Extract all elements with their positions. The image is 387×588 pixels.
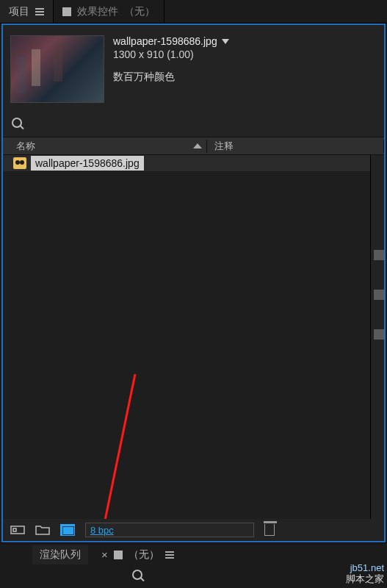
watermark: jb51.net 脚本之家	[346, 562, 384, 585]
column-comment-label: 注释	[214, 140, 234, 151]
interpret-footage-icon[interactable]	[10, 524, 25, 536]
search-icon[interactable]	[12, 118, 25, 131]
timeline-toolbar	[0, 566, 387, 587]
delete-icon[interactable]	[264, 524, 275, 536]
asset-filename: wallpaper-1598686.jpg	[113, 35, 217, 47]
panel-tab-bar: 项目 效果控件 （无）	[0, 0, 387, 24]
new-composition-icon[interactable]	[60, 524, 75, 536]
search-row	[3, 110, 384, 137]
panel-bottom-toolbar: 8 bpc	[3, 519, 384, 541]
new-folder-icon[interactable]	[35, 524, 50, 536]
column-comment[interactable]: 注释	[207, 140, 384, 153]
square-icon	[114, 551, 123, 559]
dropdown-caret-icon[interactable]	[222, 39, 229, 44]
watermark-site: 脚本之家	[346, 573, 384, 585]
project-panel: wallpaper-1598686.jpg 1300 x 910 (1.00) …	[1, 24, 386, 542]
right-side-icons	[372, 250, 386, 340]
square-icon	[62, 7, 71, 16]
list-item-label: wallpaper-1598686.jpg	[31, 156, 144, 171]
project-list[interactable]: wallpaper-1598686.jpg	[3, 155, 371, 519]
columns-header: 名称 注释	[3, 137, 384, 155]
side-icon[interactable]	[374, 250, 384, 260]
svg-line-3	[76, 374, 135, 519]
asset-color-depth: 数百万种颜色	[113, 71, 377, 84]
tab-none-comp[interactable]: × （无）	[94, 545, 181, 564]
tab-render-queue-label: 渲染队列	[40, 548, 81, 562]
timeline-tab-bar: 渲染队列 × （无）	[0, 542, 387, 566]
tab-effect-controls-none: （无）	[124, 5, 155, 18]
search-icon[interactable]	[132, 570, 145, 583]
asset-metadata: wallpaper-1598686.jpg 1300 x 910 (1.00) …	[113, 35, 377, 84]
panel-menu-icon[interactable]	[35, 8, 44, 15]
tab-project[interactable]: 项目	[0, 0, 54, 23]
tab-effect-controls-label: 效果控件	[77, 5, 118, 18]
watermark-domain: jb51.net	[346, 562, 384, 574]
tab-project-label: 项目	[9, 5, 29, 18]
asset-filename-row[interactable]: wallpaper-1598686.jpg	[113, 35, 377, 47]
search-input[interactable]	[31, 116, 375, 132]
close-icon[interactable]: ×	[101, 548, 108, 561]
side-icon[interactable]	[374, 290, 384, 300]
tab-effect-controls[interactable]: 效果控件 （无）	[54, 0, 164, 23]
tab-render-queue[interactable]: 渲染队列	[32, 545, 88, 564]
list-item[interactable]: wallpaper-1598686.jpg	[3, 155, 370, 171]
asset-preview-area: wallpaper-1598686.jpg 1300 x 910 (1.00) …	[3, 25, 384, 110]
panel-menu-icon[interactable]	[165, 551, 174, 559]
color-depth-label: 8 bpc	[90, 525, 114, 536]
sort-ascending-icon	[193, 143, 202, 148]
image-file-icon	[13, 157, 26, 169]
color-depth-button[interactable]: 8 bpc	[85, 523, 254, 537]
annotation-arrow	[25, 374, 172, 519]
column-name-label: 名称	[16, 140, 35, 153]
side-icon[interactable]	[374, 329, 384, 340]
tab-none-label: （无）	[129, 548, 159, 562]
asset-dimensions: 1300 x 910 (1.00)	[113, 49, 377, 60]
asset-thumbnail[interactable]	[10, 35, 104, 103]
svg-rect-5	[13, 528, 16, 531]
column-name[interactable]: 名称	[3, 140, 207, 153]
